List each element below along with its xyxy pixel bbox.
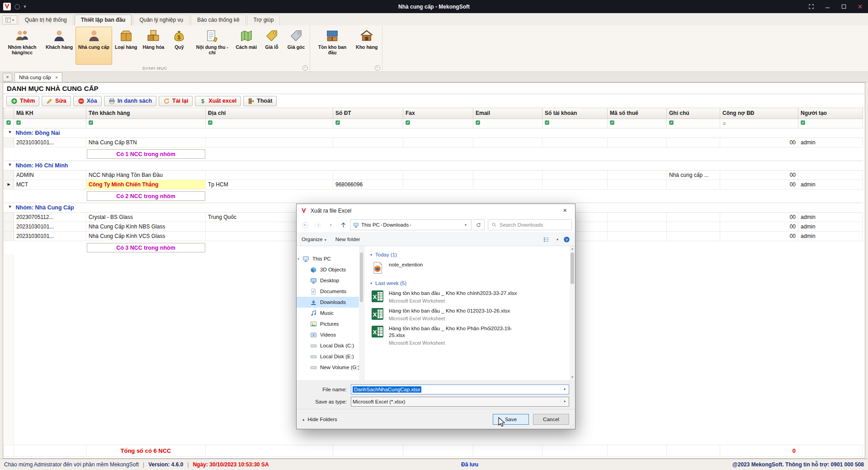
sidebar-item-3d-objects[interactable]: 3D Objects [297, 264, 364, 275]
sidebar-item-videos[interactable]: Videos [297, 329, 364, 340]
ribbon-item[interactable]: Tồn kho ban đầu [311, 27, 353, 65]
quick-access-customize-icon[interactable]: ▾ [24, 4, 26, 9]
filter-cell[interactable] [403, 119, 473, 128]
table-cell[interactable] [333, 138, 403, 147]
table-cell[interactable]: 00 [720, 222, 798, 231]
table-cell[interactable] [608, 170, 667, 180]
application-menu-button[interactable]: ▾ [2, 15, 17, 24]
tab-nha-cung-cap[interactable]: Nhà cung cấp × [14, 72, 62, 82]
toolbar-button[interactable]: Sửa [42, 96, 71, 106]
table-row[interactable]: 20231030101...Nhà Cung Cấp BTN00admin [4, 138, 863, 147]
breadcrumb-item[interactable]: This PC [361, 222, 380, 228]
ribbon-item[interactable]: Loại hàng [112, 27, 140, 65]
table-row[interactable]: ADMINNCC Nhập Hàng Tồn Ban ĐầuNhà cung c… [4, 170, 863, 180]
table-cell[interactable]: 968066096 [333, 180, 403, 189]
breadcrumb-item[interactable]: Downloads [383, 222, 409, 228]
quick-access-circle-icon[interactable]: ◯ [14, 4, 20, 9]
table-cell[interactable] [667, 212, 720, 222]
table-cell[interactable]: Nhà Cung Cấp Kính VCS Glass [86, 231, 206, 241]
table-cell[interactable] [403, 180, 473, 189]
table-cell[interactable]: admin [798, 231, 863, 241]
forward-button[interactable] [312, 219, 324, 231]
view-options-icon[interactable] [543, 236, 550, 243]
ribbon-item[interactable]: Giá góc [284, 27, 308, 65]
table-cell[interactable]: 20231030101... [14, 231, 86, 241]
toolbar-button[interactable]: Xóa [73, 96, 102, 106]
table-cell[interactable]: admin [798, 138, 863, 147]
filter-cell[interactable] [206, 119, 333, 128]
group-row[interactable]: ▼Nhóm: Hồ Chí Minh [4, 161, 863, 170]
save-type-dropdown-icon[interactable]: ▾ [561, 399, 568, 404]
ribbon-item[interactable]: Hàng hóa [140, 27, 167, 65]
table-cell[interactable] [473, 180, 542, 189]
table-cell[interactable] [608, 138, 667, 147]
table-cell[interactable] [608, 212, 667, 222]
table-cell[interactable] [608, 222, 667, 231]
table-cell[interactable] [473, 138, 542, 147]
maximize-button[interactable] [835, 0, 852, 13]
ribbon-item[interactable]: Khách hàng [43, 27, 75, 65]
table-cell[interactable] [667, 231, 720, 241]
recent-locations-button[interactable]: ▾ [325, 219, 336, 231]
search-box[interactable]: Search Downloads [488, 219, 572, 230]
group-row[interactable]: ▼Nhóm: Đồng Nai [4, 128, 863, 138]
table-cell[interactable]: 20231030101... [14, 222, 86, 231]
table-cell[interactable] [206, 138, 333, 147]
expand-chevron-icon[interactable]: ▾ [297, 257, 299, 261]
sidebar-item-music[interactable]: Music [297, 308, 364, 318]
table-cell[interactable] [667, 222, 720, 231]
table-cell[interactable]: admin [798, 222, 863, 231]
organize-button[interactable]: Organize▾ [302, 237, 326, 242]
column-header[interactable]: Mã KH [14, 108, 86, 119]
sidebar-item-desktop[interactable]: Desktop [297, 275, 364, 286]
file-item[interactable]: XHàng tồn kho ban đầu _ Kho Kho chính202… [370, 288, 568, 306]
filter-cell[interactable] [86, 119, 206, 128]
file-section-header[interactable]: ▾Last week (5) [370, 280, 568, 286]
ribbon-item[interactable]: Cách mài [233, 27, 259, 65]
collapse-triangle-icon[interactable]: ▼ [8, 130, 12, 134]
new-folder-button[interactable]: New folder [335, 237, 360, 242]
column-header[interactable]: Công nợ BĐ [720, 108, 798, 119]
table-cell[interactable]: Crystal - BS Glass [86, 212, 206, 222]
table-cell[interactable] [403, 138, 473, 147]
ribbon-item[interactable]: Nội dung thu - chi [191, 27, 233, 65]
ribbon-item[interactable]: Kho hàng [353, 27, 380, 65]
toolbar-button[interactable]: $Xuất excel [195, 96, 241, 106]
table-cell[interactable]: 00 [720, 212, 798, 222]
table-cell[interactable]: Tp HCM [206, 180, 333, 189]
hide-folders-button[interactable]: ▴ Hide Folders [302, 417, 337, 422]
table-cell[interactable] [798, 170, 863, 180]
column-header[interactable]: Email [473, 108, 542, 119]
save-type-select[interactable]: Microsoft Excel (*.xlsx) ▾ [351, 397, 569, 407]
folder-tree-scrollbar[interactable] [359, 246, 364, 380]
table-cell[interactable]: 00 [720, 180, 798, 189]
filter-cell[interactable] [14, 119, 86, 128]
ribbon-tab[interactable]: Quản lý nghiệp vụ [133, 14, 189, 25]
dialog-close-button[interactable]: × [555, 204, 575, 217]
ribbon-item[interactable]: Giá lỗ [259, 27, 284, 65]
cancel-button[interactable]: Cancel [533, 414, 569, 425]
toolbar-button[interactable]: Thoát [243, 96, 277, 106]
dialog-titlebar[interactable]: Xuất ra file Excel × [297, 204, 575, 217]
table-cell[interactable]: 20231030101... [14, 138, 86, 147]
table-cell[interactable]: MCT [14, 180, 86, 189]
filter-cell[interactable] [473, 119, 542, 128]
column-header[interactable]: Số ĐT [333, 108, 403, 119]
file-name-value[interactable]: DanhSachNhaCungCap.xlsx [353, 386, 421, 393]
ribbon-tab[interactable]: Báo cáo thống kê [191, 14, 245, 25]
sidebar-item-documents[interactable]: Documents [297, 286, 364, 297]
ribbon-tab[interactable]: Quản trị hệ thống [19, 14, 73, 25]
scroll-up-icon[interactable]: ▲ [570, 246, 575, 252]
toolbar-button[interactable]: Thêm [6, 96, 39, 106]
address-bar[interactable]: This PC›Downloads› ▾ [350, 219, 472, 230]
table-cell[interactable]: Nhà cung cấp ... [667, 170, 720, 180]
close-button[interactable] [852, 0, 868, 13]
table-cell[interactable]: Công Ty Minh Chiến Thắng [86, 180, 206, 189]
table-cell[interactable] [403, 170, 473, 180]
column-header[interactable]: Người tạo [798, 108, 863, 119]
scroll-down-icon[interactable]: ▼ [570, 375, 575, 380]
ribbon-item[interactable]: $Quỹ [167, 27, 191, 65]
sidebar-item-downloads[interactable]: Downloads [297, 297, 364, 308]
help-icon[interactable]: ? [563, 236, 570, 243]
filter-cell[interactable] [542, 119, 608, 128]
